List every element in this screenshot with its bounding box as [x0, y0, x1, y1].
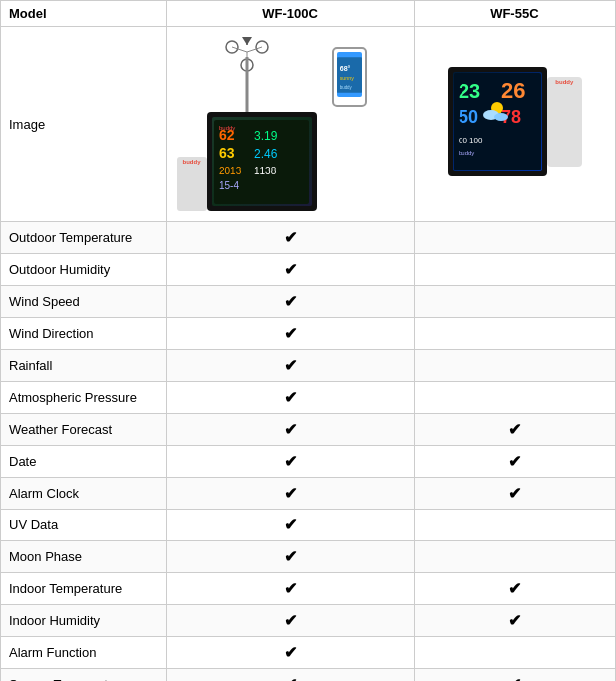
- svg-text:1138: 1138: [254, 166, 277, 176]
- phone-app-icon: 68° sunny buddy: [337, 55, 362, 95]
- checkmark-icon: [284, 514, 297, 534]
- checkmark-icon: [284, 483, 297, 503]
- feature-row: Outdoor Humidity: [1, 254, 616, 286]
- checkmark-icon: [508, 674, 521, 681]
- sensor-unit-wf100c: buddy: [177, 157, 207, 211]
- feature-row: Date: [1, 446, 616, 478]
- screen-wf55c: 23 26 50 78 00 100 buddy: [453, 72, 542, 171]
- svg-marker-7: [242, 37, 252, 45]
- svg-text:buddy: buddy: [459, 150, 474, 156]
- feature-wf100c-value: [166, 637, 414, 669]
- feature-row: Indoor Humidity: [1, 605, 616, 637]
- feature-name-label: Weather Forecast: [1, 414, 167, 446]
- buddy-logo-sensor: buddy: [177, 159, 207, 165]
- feature-row: Atmospheric Pressure: [1, 382, 616, 414]
- feature-wf55c-value: [414, 382, 615, 414]
- svg-line-3: [232, 47, 247, 52]
- checkmark-icon: [508, 610, 521, 630]
- feature-wf100c-value: [166, 382, 414, 414]
- feature-name-label: Alarm Function: [1, 637, 167, 669]
- svg-text:2.46: 2.46: [254, 147, 278, 161]
- feature-wf100c-value: [166, 318, 414, 350]
- screen-content-wf55c: 23 26 50 78 00 100 buddy: [454, 73, 541, 170]
- feature-wf55c-value: [414, 350, 615, 382]
- svg-text:15-4: 15-4: [219, 180, 239, 191]
- feature-wf55c-value: [414, 254, 615, 286]
- feature-wf55c-value: [414, 222, 615, 254]
- buddy-logo-55c: buddy: [547, 79, 582, 85]
- screen-wf100c: 62 3.19 63 2.46 2013 1138 15-4 buddy: [212, 117, 312, 206]
- feature-wf55c-value: [414, 605, 615, 637]
- svg-text:00 100: 00 100: [459, 136, 483, 145]
- feature-row: Rainfall: [1, 350, 616, 382]
- feature-wf55c-value: [414, 541, 615, 573]
- svg-text:buddy: buddy: [219, 125, 235, 131]
- feature-row: Wind Speed: [1, 286, 616, 318]
- checkmark-icon: [284, 291, 297, 311]
- feature-row: Wind Direction: [1, 318, 616, 350]
- feature-name-label: Sensor Temperature: [1, 669, 167, 682]
- feature-wf100c-value: [166, 510, 414, 541]
- col-header-wf55c: WF-55C: [414, 1, 615, 27]
- svg-text:63: 63: [219, 145, 235, 161]
- svg-text:sunny: sunny: [339, 75, 354, 81]
- feature-name-label: Atmospheric Pressure: [1, 382, 167, 414]
- svg-text:26: 26: [501, 78, 525, 103]
- feature-name-label: Indoor Humidity: [1, 605, 167, 637]
- feature-name-label: Date: [1, 446, 167, 478]
- display-unit-wf100c: 62 3.19 63 2.46 2013 1138 15-4 buddy: [207, 112, 317, 211]
- feature-row: Moon Phase: [1, 541, 616, 573]
- checkmark-icon: [284, 674, 297, 681]
- display-unit-wf55c: 23 26 50 78 00 100 buddy: [448, 67, 547, 176]
- feature-row: Weather Forecast: [1, 414, 616, 446]
- feature-wf100c-value: [166, 414, 414, 446]
- checkmark-icon: [284, 227, 297, 247]
- feature-wf100c-value: [166, 605, 414, 637]
- feature-wf55c-value: [414, 478, 615, 510]
- feature-name-label: Outdoor Humidity: [1, 254, 167, 286]
- feature-row: Outdoor Temperature: [1, 222, 616, 254]
- image-row: Image: [1, 27, 616, 222]
- feature-name-label: Indoor Temperature: [1, 573, 167, 605]
- feature-name-label: Outdoor Temperature: [1, 222, 167, 254]
- product-image-wf55c: 23 26 50 78 00 100 buddy: [438, 52, 592, 196]
- checkmark-icon: [508, 419, 521, 439]
- feature-wf55c-value: [414, 446, 615, 478]
- feature-wf100c-value: [166, 222, 414, 254]
- feature-wf55c-value: [414, 637, 615, 669]
- feature-row: Indoor Temperature: [1, 573, 616, 605]
- screen-content-wf100c: 62 3.19 63 2.46 2013 1138 15-4 buddy: [214, 120, 309, 204]
- checkmark-icon: [284, 323, 297, 343]
- phone-icon: 68° sunny buddy: [332, 47, 367, 107]
- feature-wf100c-value: [166, 350, 414, 382]
- svg-point-28: [494, 113, 508, 121]
- feature-name-label: Wind Speed: [1, 286, 167, 318]
- feature-wf55c-value: [414, 414, 615, 446]
- svg-text:3.19: 3.19: [254, 129, 278, 143]
- checkmark-icon: [508, 451, 521, 471]
- checkmark-icon: [284, 642, 297, 662]
- feature-name-label: Wind Direction: [1, 318, 167, 350]
- checkmark-icon: [284, 387, 297, 407]
- image-label: Image: [1, 27, 167, 222]
- checkmark-icon: [284, 419, 297, 439]
- feature-wf100c-value: [166, 254, 414, 286]
- comparison-table: Model WF-100C WF-55C Image: [0, 0, 616, 681]
- feature-wf100c-value: [166, 669, 414, 682]
- feature-wf55c-value: [414, 286, 615, 318]
- phone-screen: 68° sunny buddy: [337, 52, 362, 97]
- checkmark-icon: [508, 483, 521, 503]
- svg-text:buddy: buddy: [339, 85, 352, 90]
- feature-wf55c-value: [414, 510, 615, 541]
- checkmark-icon: [284, 355, 297, 375]
- feature-name-label: UV Data: [1, 510, 167, 541]
- product-image-wf100c: 62 3.19 63 2.46 2013 1138 15-4 buddy: [177, 37, 372, 211]
- feature-row: Alarm Clock: [1, 478, 616, 510]
- checkmark-icon: [508, 578, 521, 598]
- feature-wf55c-value: [414, 573, 615, 605]
- svg-text:2013: 2013: [219, 166, 242, 176]
- feature-wf100c-value: [166, 286, 414, 318]
- image-cell-wf55c: 23 26 50 78 00 100 buddy: [414, 27, 615, 222]
- feature-wf100c-value: [166, 573, 414, 605]
- checkmark-icon: [284, 259, 297, 279]
